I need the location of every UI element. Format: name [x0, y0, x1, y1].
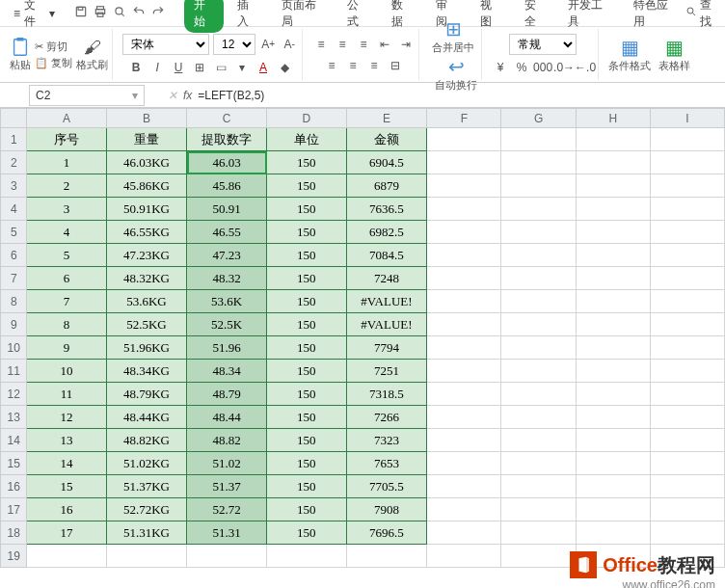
cell[interactable] — [501, 128, 576, 151]
cell[interactable]: 150 — [267, 336, 346, 360]
cell[interactable]: 51.31KG — [106, 521, 187, 545]
cell[interactable] — [427, 498, 501, 521]
col-header[interactable]: F — [427, 109, 501, 128]
cell[interactable]: 7636.5 — [346, 198, 427, 221]
preview-icon[interactable] — [113, 5, 126, 21]
row-header[interactable]: 17 — [1, 498, 27, 521]
cell[interactable]: 46.03 — [187, 151, 267, 174]
cell[interactable] — [650, 267, 724, 290]
formula-input[interactable]: =LEFT(B2,5) — [198, 89, 264, 102]
select-all-corner[interactable] — [1, 109, 27, 128]
decrease-font-icon[interactable]: A- — [281, 36, 298, 53]
cell[interactable]: 金额 — [346, 128, 427, 151]
col-header[interactable]: G — [501, 109, 576, 128]
align-right-icon[interactable]: ≡ — [365, 57, 383, 74]
cell[interactable] — [427, 221, 501, 244]
align-center-icon[interactable]: ≡ — [344, 57, 362, 74]
tab-view[interactable]: 视图 — [470, 0, 511, 33]
cell[interactable] — [346, 545, 427, 568]
cell[interactable]: 48.79 — [187, 383, 267, 406]
cell[interactable] — [650, 174, 724, 198]
fill-color-icon[interactable]: ▭ — [212, 59, 229, 76]
cell[interactable] — [501, 313, 576, 336]
cell[interactable] — [501, 221, 576, 244]
cell[interactable] — [576, 128, 650, 151]
row-header[interactable]: 1 — [1, 128, 27, 151]
cell[interactable] — [501, 267, 576, 290]
cell[interactable] — [576, 336, 650, 360]
cell[interactable] — [576, 313, 650, 336]
cell[interactable] — [650, 360, 724, 383]
cell[interactable]: 48.32 — [187, 267, 267, 290]
cell[interactable]: 7251 — [346, 360, 427, 383]
cell[interactable]: 17 — [27, 521, 106, 545]
cell[interactable]: 150 — [267, 360, 346, 383]
name-box[interactable]: C2 ▾ — [29, 85, 145, 106]
paste-button[interactable]: 粘贴 — [10, 37, 31, 72]
cell[interactable]: 51.37 — [187, 475, 267, 498]
cell[interactable]: 51.96 — [187, 336, 267, 360]
cell[interactable] — [576, 244, 650, 267]
align-left-icon[interactable]: ≡ — [323, 57, 340, 74]
cell[interactable]: 150 — [267, 313, 346, 336]
save-icon[interactable] — [74, 5, 88, 21]
increase-font-icon[interactable]: A+ — [259, 36, 277, 53]
cell[interactable]: 150 — [267, 221, 346, 244]
cell[interactable]: 7705.5 — [346, 475, 427, 498]
cell[interactable]: 150 — [267, 452, 346, 475]
cell[interactable]: 51.37KG — [106, 475, 187, 498]
table-style-button[interactable]: ▦ 表格样 — [658, 36, 690, 73]
cell[interactable]: 11 — [27, 383, 106, 406]
cell[interactable]: 150 — [267, 521, 346, 545]
cell[interactable] — [501, 198, 576, 221]
tab-layout[interactable]: 页面布局 — [272, 0, 334, 33]
file-menu-button[interactable]: ≡ 文件 ▾ — [4, 0, 65, 32]
row-header[interactable]: 14 — [1, 429, 27, 452]
cell[interactable] — [650, 128, 724, 151]
cell[interactable]: 48.82KG — [106, 429, 187, 452]
cell[interactable] — [501, 383, 576, 406]
cell[interactable]: 46.55KG — [106, 221, 187, 244]
cell[interactable] — [501, 244, 576, 267]
cell[interactable] — [501, 174, 576, 198]
cell[interactable] — [501, 521, 576, 545]
cell[interactable]: 48.44 — [187, 406, 267, 429]
underline-icon[interactable]: U — [170, 59, 187, 76]
undo-icon[interactable] — [132, 5, 146, 21]
row-header[interactable]: 12 — [1, 383, 27, 406]
cell[interactable]: 1 — [27, 151, 106, 174]
cell[interactable] — [650, 336, 724, 360]
cell[interactable]: 52.5KG — [106, 313, 187, 336]
cell[interactable] — [650, 198, 724, 221]
cond-format-button[interactable]: ▦ 条件格式 — [608, 36, 651, 73]
row-header[interactable]: 7 — [1, 267, 27, 290]
cell[interactable] — [576, 174, 650, 198]
cell[interactable] — [427, 267, 501, 290]
cell[interactable]: 150 — [267, 498, 346, 521]
cell[interactable] — [576, 406, 650, 429]
italic-icon[interactable]: I — [148, 59, 166, 76]
decimal-dec-icon[interactable]: ←.0 — [577, 59, 594, 76]
cell[interactable] — [576, 475, 650, 498]
cell[interactable] — [501, 429, 576, 452]
cell[interactable] — [650, 475, 724, 498]
col-header[interactable]: C — [187, 109, 267, 128]
tab-dev[interactable]: 开发工具 — [558, 0, 620, 33]
row-header[interactable]: 3 — [1, 174, 27, 198]
cell[interactable] — [501, 151, 576, 174]
cell[interactable]: 150 — [267, 198, 346, 221]
align-top-icon[interactable]: ≡ — [312, 36, 330, 53]
tab-formula[interactable]: 公式 — [337, 0, 378, 33]
spreadsheet-grid[interactable]: A B C D E F G H I 1 序号 重量 提取数字 单位 金额 2 1… — [0, 108, 725, 588]
cell[interactable]: 50.91 — [187, 198, 267, 221]
cell[interactable]: 150 — [267, 151, 346, 174]
cell[interactable] — [650, 244, 724, 267]
cell[interactable] — [501, 452, 576, 475]
row-header[interactable]: 5 — [1, 221, 27, 244]
align-bottom-icon[interactable]: ≡ — [355, 36, 372, 53]
col-header[interactable]: E — [346, 109, 427, 128]
cell[interactable] — [650, 313, 724, 336]
row-header[interactable]: 8 — [1, 290, 27, 313]
col-header[interactable]: H — [576, 109, 650, 128]
row-header[interactable]: 19 — [1, 545, 27, 568]
